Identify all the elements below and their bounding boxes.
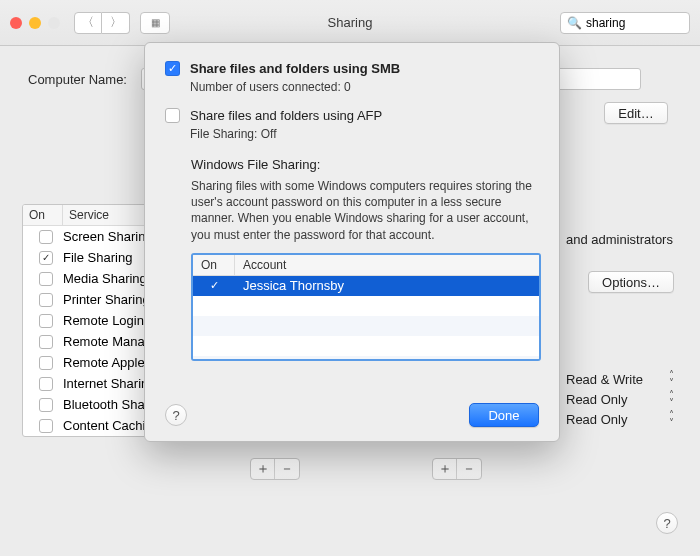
account-row-empty [193,316,539,336]
permission-label: Read Only [566,392,627,407]
remove-user-button[interactable]: － [457,459,481,479]
stepper-icon[interactable]: ˄˅ [669,391,674,407]
service-checkbox[interactable] [39,314,53,328]
nav-buttons: 〈 〉 [74,12,130,34]
show-all-button[interactable]: ▦ [140,12,170,34]
service-label: File Sharing [63,250,132,265]
account-row-empty [193,356,539,361]
done-button[interactable]: Done [469,403,539,427]
windows-sharing-title: Windows File Sharing: [191,157,539,172]
permission-label: Read & Write [566,372,643,387]
computer-name-label: Computer Name: [28,72,127,87]
search-icon: 🔍 [567,16,582,30]
users-add-remove: ＋ － [432,458,482,480]
accounts-header-account: Account [235,255,539,275]
service-checkbox[interactable] [39,230,53,244]
accounts-table: On Account ✓Jessica Thornsby [191,253,541,361]
stepper-icon[interactable]: ˄˅ [669,411,674,427]
service-label: Printer Sharing [63,292,150,307]
account-name: Jessica Thornsby [235,278,539,293]
service-label: Media Sharing [63,271,147,286]
options-sheet: Share files and folders using SMB Number… [144,42,560,442]
afp-checkbox[interactable] [165,108,180,123]
service-checkbox[interactable] [39,419,53,433]
windows-sharing-description: Sharing files with some Windows computer… [191,178,539,243]
accounts-header-on: On [193,255,235,275]
permission-row[interactable]: Read & Write˄˅ [566,369,674,389]
account-row-empty [193,296,539,316]
permission-label: Read Only [566,412,627,427]
service-checkbox[interactable] [39,293,53,307]
sheet-help-button[interactable]: ? [165,404,187,426]
smb-checkbox[interactable] [165,61,180,76]
service-label: Remote Login [63,313,144,328]
permission-row[interactable]: Read Only˄˅ [566,389,674,409]
smb-subtitle: Number of users connected: 0 [190,80,400,94]
account-checkbox[interactable]: ✓ [210,279,219,292]
edit-button[interactable]: Edit… [604,102,668,124]
service-checkbox[interactable] [39,272,53,286]
zoom-window-icon [48,17,60,29]
service-checkbox[interactable] [39,335,53,349]
window-controls [10,17,60,29]
account-row[interactable]: ✓Jessica Thornsby [193,276,539,296]
permission-row[interactable]: Read Only˄˅ [566,409,674,429]
search-input[interactable] [586,16,700,30]
afp-subtitle: File Sharing: Off [190,127,382,141]
services-header-on: On [23,205,63,225]
service-label: Screen Sharing [63,229,153,244]
service-checkbox[interactable] [39,377,53,391]
admins-text: and administrators [566,232,674,247]
minimize-window-icon[interactable] [29,17,41,29]
search-field[interactable]: 🔍 ✕ [560,12,690,34]
add-folder-button[interactable]: ＋ [251,459,275,479]
folders-add-remove: ＋ － [250,458,300,480]
toolbar: 〈 〉 ▦ Sharing 🔍 ✕ [0,0,700,46]
stepper-icon[interactable]: ˄˅ [669,371,674,387]
afp-title: Share files and folders using AFP [190,108,382,123]
service-checkbox[interactable] [39,251,53,265]
options-button[interactable]: Options… [588,271,674,293]
back-button[interactable]: 〈 [74,12,102,34]
add-user-button[interactable]: ＋ [433,459,457,479]
close-window-icon[interactable] [10,17,22,29]
remove-folder-button[interactable]: － [275,459,299,479]
help-button[interactable]: ? [656,512,678,534]
forward-button[interactable]: 〉 [102,12,130,34]
right-column: and administrators Options… Read & Write… [566,232,674,429]
smb-title: Share files and folders using SMB [190,61,400,76]
service-label: Internet Sharing [63,376,156,391]
account-row-empty [193,336,539,356]
service-checkbox[interactable] [39,356,53,370]
service-checkbox[interactable] [39,398,53,412]
